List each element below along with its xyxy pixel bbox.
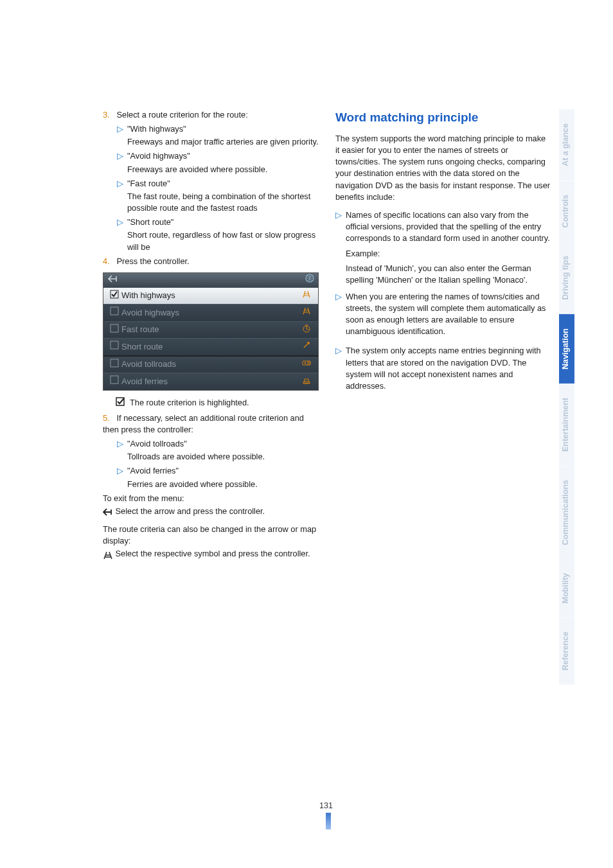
svg-rect-3 — [111, 324, 118, 332]
opt-avoid-tollroads-desc: Tollroads are avoided where possible. — [117, 451, 319, 463]
tab-driving-tips[interactable]: Driving tips — [559, 242, 574, 314]
svg-rect-9 — [111, 376, 118, 384]
tab-controls[interactable]: Controls — [559, 181, 574, 242]
page: At a glance Controls Driving tips Naviga… — [0, 0, 613, 868]
figure-row-avoid-ferries: Avoid ferries — [103, 373, 318, 389]
opt-with-highways: "With highways" — [127, 123, 319, 135]
ferry-icon — [300, 376, 313, 387]
back-arrow-icon — [103, 508, 113, 515]
section-tabs: At a glance Controls Driving tips Naviga… — [559, 109, 574, 685]
opt-short-route: "Short route" — [127, 217, 319, 228]
right-column: Word matching principle The system suppo… — [335, 109, 555, 566]
figure-row-avoid-tollroads: Avoid tollroads — [103, 355, 318, 373]
opt-avoid-ferries: "Avoid ferries" — [127, 465, 319, 477]
triangle-icon: ▷ — [117, 465, 127, 477]
toll-icon — [300, 359, 313, 370]
figure-row-short-route: Short route — [103, 338, 318, 355]
opt-avoid-tollroads: "Avoid tollroads" — [127, 438, 319, 450]
svg-rect-6 — [111, 359, 118, 367]
change-lead: The route criteria can also be changed i… — [103, 524, 319, 547]
svg-rect-2 — [111, 307, 118, 315]
figure-label: Fast route — [121, 324, 300, 335]
checkbox-icon — [110, 324, 121, 336]
intro-paragraph: The system supports the word matching pr… — [335, 133, 551, 203]
svg-point-8 — [305, 362, 306, 364]
figure-label: Short route — [121, 341, 300, 353]
exit-text: Select the arrow and press the controlle… — [116, 506, 265, 516]
triangle-icon: ▷ — [117, 438, 127, 450]
tab-navigation[interactable]: Navigation — [559, 314, 574, 384]
figure-row-avoid-highways: Avoid highways — [103, 304, 318, 321]
example-text: Instead of 'Munich', you can also enter … — [335, 263, 551, 286]
figure-caption: The route criterion is highlighted. — [130, 397, 249, 409]
route-criteria-screenshot: With highways Avoid highways Fast route … — [103, 272, 319, 391]
figure-label: Avoid ferries — [121, 376, 300, 387]
figure-label: Avoid highways — [121, 307, 300, 319]
step4-text: Press the controller. — [117, 256, 190, 266]
tab-communications[interactable]: Communications — [559, 466, 574, 559]
page-marker — [326, 813, 331, 829]
opt-with-highways-desc: Freeways and major traffic arteries are … — [117, 136, 319, 148]
figure-label: Avoid tollroads — [121, 359, 300, 370]
step-number: 3. — [103, 109, 114, 121]
opt-fast-route: "Fast route" — [127, 178, 319, 190]
step-number: 5. — [103, 412, 114, 424]
back-arrow-icon — [107, 273, 119, 288]
benefit-3: The system only accepts name entries beg… — [346, 345, 551, 392]
highway-icon — [300, 306, 313, 319]
opt-avoid-ferries-desc: Ferries are avoided where possible. — [117, 479, 319, 490]
step-number: 4. — [103, 256, 114, 267]
benefit-2: When you are entering the names of towns… — [346, 291, 551, 338]
tab-mobility[interactable]: Mobility — [559, 559, 574, 617]
figure-row-with-highways: With highways — [103, 287, 318, 304]
example-label: Example: — [335, 248, 551, 260]
highway-icon — [300, 290, 313, 302]
opt-avoid-highways-desc: Freeways are avoided where possible. — [117, 164, 319, 175]
globe-icon — [305, 274, 314, 287]
triangle-icon: ▷ — [117, 123, 127, 135]
change-text: Select the respective symbol and press t… — [116, 549, 310, 558]
triangle-icon: ▷ — [117, 150, 127, 162]
opt-short-route-desc: Short route, regardless of how fast or s… — [117, 229, 319, 252]
benefit-1: Names of specific locations can also var… — [346, 209, 551, 244]
checkbox-checked-icon — [110, 290, 121, 302]
checkbox-icon — [110, 375, 121, 387]
checked-box-icon — [116, 397, 126, 406]
svg-rect-5 — [111, 341, 118, 349]
heading-word-matching: Word matching principle — [335, 109, 551, 127]
triangle-icon: ▷ — [335, 345, 346, 392]
opt-fast-route-desc: The fast route, being a combination of t… — [117, 191, 319, 214]
checkbox-icon — [110, 359, 121, 371]
tab-at-a-glance[interactable]: At a glance — [559, 109, 574, 181]
page-number: 131 — [319, 801, 333, 810]
exit-lead: To exit from the menu: — [103, 493, 319, 504]
left-column: 3. Select a route criterion for the rout… — [103, 109, 319, 566]
figure-row-fast-route: Fast route — [103, 321, 318, 338]
checkbox-icon — [110, 341, 121, 353]
opt-avoid-highways: "Avoid highways" — [127, 150, 319, 162]
triangle-icon: ▷ — [117, 178, 127, 190]
step5-lead: If necessary, select an additional route… — [103, 413, 304, 434]
step3-lead: Select a route criterion for the route: — [117, 110, 248, 120]
tab-entertainment[interactable]: Entertainment — [559, 384, 574, 466]
figure-label: With highways — [121, 290, 300, 301]
checkbox-icon — [110, 306, 121, 319]
route-symbol-icon — [103, 551, 113, 558]
tab-reference[interactable]: Reference — [559, 617, 574, 684]
arrow-icon — [300, 341, 313, 353]
triangle-icon: ▷ — [335, 291, 346, 338]
triangle-icon: ▷ — [335, 209, 346, 244]
triangle-icon: ▷ — [117, 217, 127, 228]
clock-icon — [300, 324, 313, 336]
